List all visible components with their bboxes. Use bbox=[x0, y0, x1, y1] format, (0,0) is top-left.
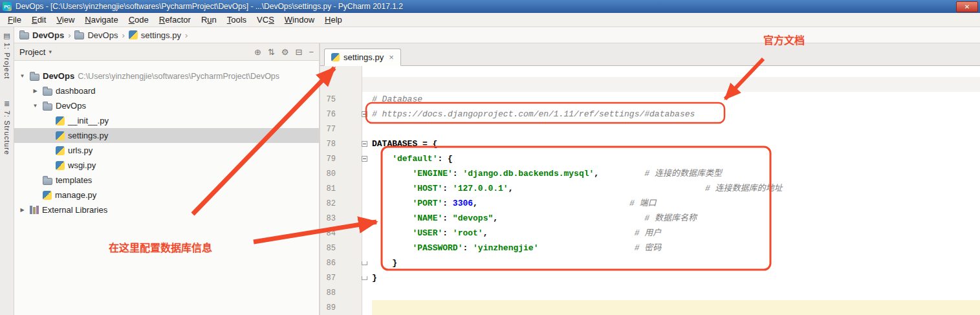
line-number[interactable]: 79 bbox=[320, 155, 362, 164]
tree-item-manage-py[interactable]: manage.py bbox=[14, 188, 319, 202]
fold-end-icon[interactable] bbox=[362, 276, 372, 280]
code-text: 'PASSWORD': 'yinzhengjie' # 密码 bbox=[372, 241, 980, 255]
line-number[interactable]: 89 bbox=[320, 303, 362, 312]
fold-start-icon[interactable] bbox=[362, 156, 372, 162]
python-icon bbox=[56, 131, 65, 140]
code-text: 'default': { bbox=[372, 151, 980, 166]
python-icon bbox=[56, 146, 65, 155]
line-number[interactable]: 75 bbox=[320, 95, 362, 104]
fold-start-icon[interactable] bbox=[362, 111, 372, 117]
breadcrumb-label: DevOps bbox=[87, 30, 118, 40]
editor-line-88[interactable]: 88 bbox=[320, 285, 980, 300]
close-window-button[interactable]: ✕ bbox=[956, 1, 978, 12]
project-tree: ▼DevOps C:\Users\yinzhengjie\softwares\P… bbox=[14, 61, 319, 217]
tree-item-templates[interactable]: templates bbox=[14, 173, 319, 188]
editor-line-83[interactable]: 83 'NAME': "devops", # 数据库名称 bbox=[320, 211, 980, 226]
code-text: } bbox=[372, 255, 980, 270]
code-text: # Database bbox=[372, 92, 980, 107]
tab-settings-py[interactable]: settings.py × bbox=[324, 49, 401, 66]
hide-panel-icon[interactable]: − bbox=[309, 47, 314, 57]
menu-item-tools[interactable]: Tools bbox=[222, 14, 252, 26]
editor-line-87[interactable]: 87} bbox=[320, 270, 980, 285]
editor-line-81[interactable]: 81 'HOST': '127.0.0.1', # 连接数据库的地址 bbox=[320, 181, 980, 196]
line-number[interactable]: 76 bbox=[320, 110, 362, 119]
editor-line-89[interactable]: 89 bbox=[320, 300, 980, 315]
chevron-collapsed-icon[interactable]: ▶ bbox=[18, 207, 27, 213]
tree-item-devops[interactable]: ▼DevOps bbox=[14, 98, 319, 113]
tree-item--init-py[interactable]: __init__.py bbox=[14, 113, 319, 128]
editor[interactable]: 75# Database76# https://docs.djangoproje… bbox=[320, 66, 980, 315]
menu-item-view[interactable]: View bbox=[51, 14, 80, 26]
editor-line-75[interactable]: 75# Database bbox=[320, 92, 980, 107]
menu-item-vcs[interactable]: VCS bbox=[252, 14, 279, 26]
menu-item-navigate[interactable]: Navigate bbox=[80, 14, 123, 26]
editor-line-82[interactable]: 82 'PORT': 3306, # 端口 bbox=[320, 196, 980, 211]
editor-line-80[interactable]: 80 'ENGINE': 'django.db.backends.mysql',… bbox=[320, 166, 980, 181]
chevron-expanded-icon[interactable]: ▼ bbox=[18, 73, 27, 79]
code-text: 'NAME': "devops", # 数据库名称 bbox=[372, 211, 980, 226]
library-icon bbox=[30, 206, 39, 214]
collapse-all-icon[interactable]: ⊟ bbox=[296, 47, 303, 57]
breadcrumb-item-devops[interactable]: DevOps bbox=[74, 30, 118, 40]
code-text: 'ENGINE': 'django.db.backends.mysql', # … bbox=[372, 166, 980, 181]
code-text bbox=[372, 300, 980, 315]
work-area: ▤ 1: Project ≣ 7: Structure DevOps›DevOp… bbox=[0, 27, 980, 315]
tool-window-stripe: ▤ 1: Project ≣ 7: Structure bbox=[0, 27, 14, 315]
editor-line-86[interactable]: 86 } bbox=[320, 255, 980, 270]
breadcrumb-item-devops[interactable]: DevOps bbox=[19, 30, 64, 40]
window-title: DevOps - [C:\Users\yinzhengjie\softwares… bbox=[16, 2, 403, 11]
tree-item-settings-py[interactable]: settings.py bbox=[14, 128, 319, 143]
line-number[interactable]: 80 bbox=[320, 169, 362, 179]
line-number[interactable]: 84 bbox=[320, 229, 362, 238]
fold-start-icon[interactable] bbox=[362, 141, 372, 147]
line-number[interactable]: 78 bbox=[320, 140, 362, 149]
line-number[interactable]: 87 bbox=[320, 274, 362, 283]
tree-item-dashboard[interactable]: ▶dashboard bbox=[14, 83, 319, 98]
menu-item-code[interactable]: Code bbox=[124, 14, 154, 26]
breadcrumb-item-settings-py[interactable]: settings.py bbox=[129, 30, 181, 40]
chevron-expanded-icon[interactable]: ▼ bbox=[31, 103, 39, 109]
chevron-down-icon[interactable]: ▾ bbox=[49, 49, 52, 55]
settings-gear-icon[interactable]: ⚙ bbox=[281, 47, 289, 57]
line-number[interactable]: 83 bbox=[320, 214, 362, 223]
menu-item-edit[interactable]: Edit bbox=[27, 14, 51, 26]
python-icon bbox=[43, 191, 52, 200]
tree-item-external-libraries[interactable]: ▶External Libraries bbox=[14, 202, 319, 217]
tool-window-structure-button[interactable]: ≣ 7: Structure bbox=[3, 98, 11, 157]
tool-window-project-button[interactable]: ▤ 1: Project bbox=[3, 30, 11, 81]
tree-item-label: __init__.py bbox=[68, 116, 109, 125]
flatten-packages-icon[interactable]: ⇅ bbox=[268, 47, 275, 57]
fold-end-icon[interactable] bbox=[362, 261, 372, 265]
menu-item-run[interactable]: Run bbox=[196, 14, 222, 26]
breadcrumb-label: DevOps bbox=[32, 30, 64, 40]
editor-line-76[interactable]: 76# https://docs.djangoproject.com/en/1.… bbox=[320, 107, 980, 122]
line-number[interactable]: 81 bbox=[320, 184, 362, 193]
close-tab-icon[interactable]: × bbox=[389, 52, 394, 62]
project-tool-icon: ▤ bbox=[3, 32, 10, 40]
tree-item-label: urls.py bbox=[68, 146, 93, 155]
editor-line-78[interactable]: 78DATABASES = { bbox=[320, 136, 980, 151]
menu-item-file[interactable]: File bbox=[3, 14, 27, 26]
tree-item-label: DevOps bbox=[56, 101, 86, 111]
menu-item-window[interactable]: Window bbox=[279, 14, 320, 26]
line-number[interactable]: 88 bbox=[320, 288, 362, 298]
editor-line-85[interactable]: 85 'PASSWORD': 'yinzhengjie' # 密码 bbox=[320, 241, 980, 255]
line-number[interactable]: 86 bbox=[320, 259, 362, 268]
editor-line-77[interactable]: 77 bbox=[320, 122, 980, 136]
menu-item-help[interactable]: Help bbox=[320, 14, 347, 26]
tree-item-label: templates bbox=[56, 175, 92, 185]
menu-item-refactor[interactable]: Refactor bbox=[154, 14, 196, 26]
editor-tab-bar: settings.py × bbox=[320, 43, 980, 66]
line-number[interactable]: 77 bbox=[320, 125, 362, 134]
chevron-collapsed-icon[interactable]: ▶ bbox=[31, 88, 39, 94]
editor-line-79[interactable]: 79 'default': { bbox=[320, 151, 980, 166]
tree-item-urls-py[interactable]: urls.py bbox=[14, 143, 319, 158]
tree-item-wsgi-py[interactable]: wsgi.py bbox=[14, 158, 319, 173]
editor-line-84[interactable]: 84 'USER': 'root', # 用户 bbox=[320, 226, 980, 241]
chevron-right-icon: › bbox=[68, 30, 71, 40]
folder-icon bbox=[19, 32, 29, 39]
line-number[interactable]: 82 bbox=[320, 199, 362, 208]
tree-item-devops[interactable]: ▼DevOps C:\Users\yinzhengjie\softwares\P… bbox=[14, 69, 319, 83]
line-number[interactable]: 85 bbox=[320, 244, 362, 253]
locate-file-icon[interactable]: ⊕ bbox=[254, 47, 261, 57]
